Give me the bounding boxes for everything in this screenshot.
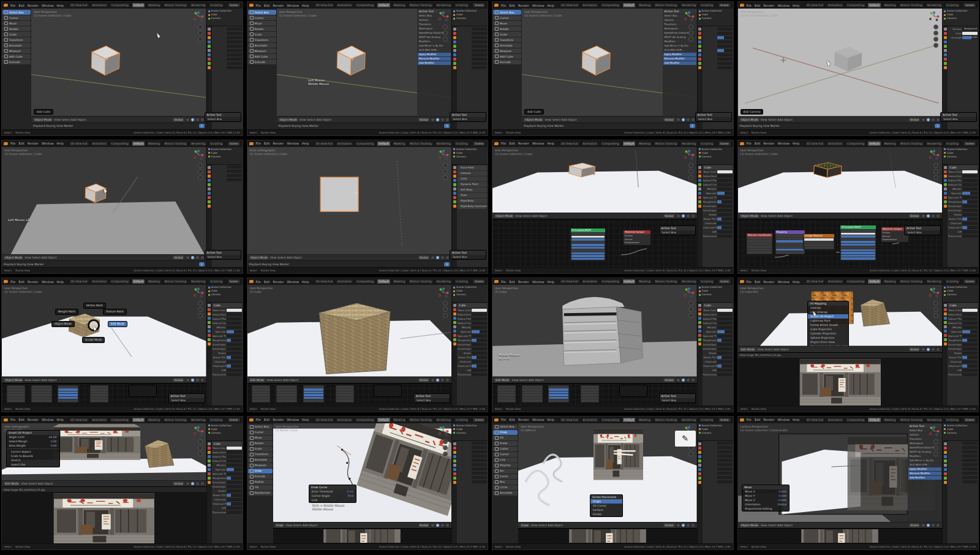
sidebar-row[interactable]: ACG MAX SYM... [418, 48, 451, 52]
workspace-tab[interactable]: Scripting [454, 279, 470, 284]
panel-row[interactable] [581, 386, 598, 388]
editor-panel[interactable] [548, 385, 570, 403]
node-row[interactable] [776, 249, 804, 251]
workspace-tab[interactable]: Default [622, 417, 636, 423]
properties-tab-icon[interactable] [208, 192, 211, 195]
panel-row[interactable] [304, 386, 323, 388]
property-field[interactable] [717, 446, 733, 449]
workspace-tab[interactable]: Scripting [944, 141, 960, 146]
panel-row[interactable] [7, 391, 24, 394]
scene-selector[interactable]: Scene [718, 417, 731, 423]
workspace-tab[interactable]: Scripting [699, 2, 715, 8]
blender-logo-icon[interactable] [4, 142, 8, 145]
shading-dot[interactable] [195, 378, 200, 382]
viewport-nav-button[interactable] [198, 301, 203, 306]
popup-menu[interactable]: UV MappingUnwrapLive UnwrapSmart UV Proj… [807, 301, 849, 346]
shading-dot[interactable] [440, 523, 445, 527]
pivot-selector[interactable]: Global [173, 118, 184, 122]
workspace-tab[interactable]: 3D View Full [69, 2, 89, 8]
panel-row[interactable] [498, 397, 515, 399]
shading-mode-toggle[interactable] [921, 523, 940, 527]
shading-dot[interactable] [691, 118, 695, 122]
workspace-tab[interactable]: 3D View Full [69, 141, 89, 146]
property-field[interactable] [962, 192, 978, 195]
viewport-nav-button[interactable] [688, 25, 693, 29]
properties-tab-icon[interactable] [698, 342, 701, 345]
menu-window[interactable]: Window [532, 4, 545, 7]
panel-row[interactable] [252, 397, 270, 399]
panel-row[interactable] [58, 386, 78, 388]
properties-tab-icon[interactable] [453, 36, 456, 39]
panel-row[interactable] [7, 397, 24, 399]
workspace-tab[interactable]: Animation [826, 2, 844, 8]
viewport-menus[interactable]: View Select Add Object [54, 118, 86, 121]
properties-tab-icon[interactable] [453, 304, 456, 307]
property-field[interactable] [717, 28, 733, 31]
properties-tab-icon[interactable] [698, 166, 701, 169]
viewport-menus[interactable]: View Select Add Object [761, 214, 793, 217]
properties-tab-icon[interactable] [698, 325, 701, 328]
panel-row[interactable] [32, 388, 51, 391]
panel-row[interactable] [7, 386, 24, 388]
panel-row[interactable] [252, 386, 270, 388]
property-field[interactable] [472, 360, 487, 363]
panel-row[interactable] [581, 394, 598, 396]
tool-draw[interactable]: Draw [493, 430, 518, 435]
scene-selector[interactable]: Scene [963, 2, 976, 8]
workspace-tab[interactable]: Rendering [925, 279, 943, 284]
viewport-nav-button[interactable] [688, 313, 693, 318]
panel-row[interactable] [581, 397, 598, 399]
pivot-selector[interactable]: Global [909, 214, 920, 218]
physics-button-5[interactable]: Fluid [458, 193, 487, 198]
property-field[interactable] [717, 322, 733, 325]
viewport-nav-button[interactable] [933, 451, 938, 456]
property-field[interactable] [717, 326, 733, 329]
menu-render[interactable]: Render [763, 418, 775, 421]
property-field[interactable] [472, 356, 487, 359]
workspace-tab[interactable]: 3D View Full [805, 417, 826, 423]
properties-tab-strip[interactable] [698, 441, 703, 544]
pivot-selector[interactable]: Global [418, 523, 429, 527]
panel-row[interactable] [277, 386, 296, 388]
workspace-tab[interactable]: Default [622, 279, 636, 284]
workspace-tab[interactable]: Masking [883, 141, 898, 146]
viewport-nav-button[interactable] [688, 301, 693, 306]
viewport-nav-buttons[interactable] [198, 301, 203, 318]
viewport-nav-buttons[interactable] [688, 25, 693, 42]
context-menu-item[interactable] [374, 393, 401, 396]
properties-tab-icon[interactable] [208, 442, 211, 445]
property-field[interactable] [962, 480, 978, 483]
context-menu-item[interactable] [129, 393, 156, 396]
nav-gizmo[interactable] [684, 11, 695, 25]
viewport-nav-button[interactable] [198, 175, 203, 180]
tool-measure[interactable]: Measure [248, 48, 276, 53]
property-field[interactable] [962, 330, 978, 333]
panel-row[interactable] [498, 391, 515, 394]
tool-polyline[interactable]: Polyline [493, 463, 518, 468]
shading-dot[interactable] [921, 118, 925, 122]
property-field[interactable] [717, 222, 733, 225]
viewport-nav-button[interactable] [198, 163, 203, 168]
mode-selector[interactable]: Edit Mode [740, 347, 756, 352]
properties-tab-icon[interactable] [944, 317, 947, 320]
properties-tab-icon[interactable] [698, 447, 701, 450]
workspace-tab[interactable]: Animation [826, 417, 844, 423]
scene-selector[interactable]: Scene [227, 279, 241, 284]
property-field[interactable] [472, 45, 487, 48]
node-row[interactable] [776, 240, 804, 243]
property-field[interactable] [962, 317, 978, 320]
properties-tab-icon[interactable] [453, 49, 456, 52]
panel-row[interactable] [32, 394, 51, 396]
menu-edit[interactable]: Edit [18, 418, 25, 421]
shader-editor[interactable]: Texture CoordinateMappingImage TexturePr… [738, 219, 943, 267]
viewport-3d[interactable]: User Perspective(1) Scene Collection | C… [738, 147, 943, 213]
viewport-nav-button[interactable] [198, 31, 203, 36]
properties-tab-icon[interactable] [453, 28, 456, 31]
panel-row[interactable] [252, 394, 270, 396]
workspace-tab[interactable]: Masking [392, 279, 407, 284]
sidebar-row[interactable]: ACG MAX SYM... [908, 463, 941, 467]
property-field[interactable] [962, 446, 978, 449]
properties-tab-icon[interactable] [944, 342, 947, 345]
property-field[interactable] [717, 183, 733, 186]
editor-panel[interactable] [497, 385, 516, 403]
